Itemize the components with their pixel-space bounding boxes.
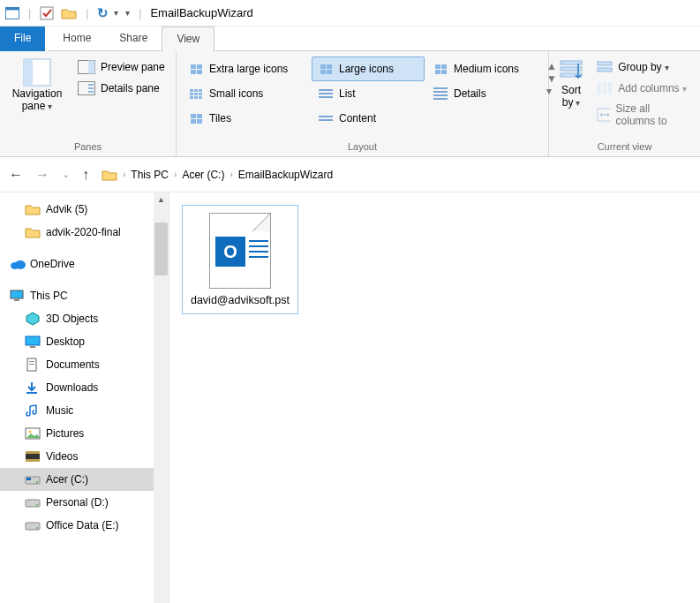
pics-icon [25,427,41,440]
up-button[interactable]: ↑ [82,168,89,182]
tab-view[interactable]: View [162,26,215,51]
chevron-up-icon[interactable]: ▲ [157,192,165,207]
qat-separator: | [139,7,141,19]
layout-small-icons[interactable]: Small icons [182,81,310,106]
breadcrumb[interactable]: › This PC › Acer (C:) › EmailBackupWizar… [102,168,333,182]
layout-list[interactable]: List [312,81,425,106]
tree-item[interactable]: Desktop [0,330,169,353]
preview-pane-label: Preview pane [101,61,165,73]
tree-item[interactable]: Music [0,399,169,422]
tree-scrollbar[interactable]: ▲ [154,192,169,603]
svg-rect-4 [24,59,33,86]
svg-rect-15 [598,68,612,72]
drive2-icon [25,519,41,531]
svg-rect-28 [29,364,34,365]
back-button[interactable]: ← [9,168,23,182]
layout-details[interactable]: Details [426,81,539,106]
add-columns-button[interactable]: Add columns [593,79,695,97]
tree-item[interactable]: Pictures [0,422,169,445]
svg-rect-16 [598,82,601,94]
qat-customize-icon[interactable]: ▾ [125,8,130,18]
details-pane-button[interactable]: Details pane [74,79,169,97]
folder-icon [25,225,41,239]
navigation-bar: ← → ⌄ ↑ › This PC › Acer (C:) › EmailBac… [0,157,700,192]
layout-extra-large-icons[interactable]: Extra large icons [182,57,310,81]
grid-icon [433,64,448,74]
drive-icon [25,473,41,486]
preview-pane-button[interactable]: Preview pane [74,58,169,76]
tree-item[interactable]: Personal (D:) [0,491,169,514]
breadcrumb-item[interactable]: This PC [131,169,169,181]
tree-item-label: This PC [30,290,68,302]
svg-rect-34 [26,459,40,462]
svg-rect-29 [26,392,37,394]
size-columns-button[interactable]: Size all columns to [593,101,695,129]
svg-rect-8 [88,84,94,86]
tree-item[interactable]: Advik (5) [0,198,169,221]
layout-tiles[interactable]: Tiles [182,106,310,131]
chevron-right-icon[interactable]: › [230,170,232,179]
tree-item-label: 3D Objects [46,313,98,325]
tree-item-label: Downloads [46,381,98,394]
tiles-icon [188,114,204,124]
group-label-panes: Panes [5,139,170,156]
qat-undo-icon[interactable]: ↻ [97,5,109,21]
details-pane-label: Details pane [101,82,160,94]
svg-rect-22 [11,290,23,298]
tree-item[interactable]: 3D Objects [0,307,169,330]
tree-item[interactable]: Acer (C:) [0,468,169,491]
svg-rect-33 [26,451,40,454]
qat-folder-icon[interactable] [61,6,77,20]
tab-share[interactable]: Share [105,26,162,51]
file-item[interactable]: O david@adviksoft.pst [182,205,298,314]
scrollbar-thumb[interactable] [154,222,168,275]
window-title: EmailBackupWizard [150,6,252,19]
file-list[interactable]: O david@adviksoft.pst [169,192,700,603]
group-by-label: Group by [618,61,668,73]
tree-item-label: advik-2020-final [46,226,121,238]
svg-point-39 [36,504,38,506]
qat-separator: | [86,7,88,19]
svg-rect-14 [598,62,612,65]
down-icon [25,381,41,395]
forward-button[interactable]: → [35,168,49,182]
layout-medium-icons[interactable]: Medium icons [426,57,539,81]
tab-file[interactable]: File [0,26,45,51]
breadcrumb-item[interactable]: EmailBackupWizard [238,169,333,181]
qat-dropdown-icon[interactable]: ▾ [114,8,118,18]
ribbon-group-layout: Extra large icons Large icons Medium ico… [177,51,549,156]
recent-dropdown[interactable]: ⌄ [62,170,70,179]
tab-home[interactable]: Home [49,26,105,51]
tree-item[interactable]: advik-2020-final [0,221,169,244]
tree-item[interactable]: OneDrive [0,253,169,275]
tree-item[interactable]: This PC [0,284,169,307]
chevron-right-icon[interactable]: › [174,170,177,179]
layout-large-icons[interactable]: Large icons [312,57,425,81]
navigation-tree[interactable]: Advik (5)advik-2020-finalOneDriveThis PC… [0,192,169,603]
window-icon [5,7,19,19]
main-area: Advik (5)advik-2020-finalOneDriveThis PC… [0,192,700,603]
ribbon-tabs: File Home Share View [0,26,700,51]
svg-rect-24 [26,336,40,345]
svg-point-31 [29,431,32,433]
titlebar: | | ↻ ▾ ▾ | EmailBackupWizard [0,0,700,26]
svg-rect-18 [608,82,612,94]
chevron-right-icon[interactable]: › [123,170,125,179]
svg-rect-36 [26,478,31,480]
tree-item[interactable]: Documents [0,353,169,376]
tree-item[interactable]: Downloads [0,376,169,399]
qat-checkbox-icon[interactable] [40,6,56,20]
svg-rect-9 [88,87,94,89]
breadcrumb-item[interactable]: Acer (C:) [182,169,224,181]
navigation-pane-button[interactable]: Navigation pane [5,55,69,113]
music-icon [25,403,41,418]
tree-item[interactable]: Videos [0,445,169,468]
group-by-button[interactable]: Group by [593,58,695,76]
sort-by-button[interactable]: Sort by [554,55,588,109]
svg-rect-17 [603,82,606,94]
layout-content[interactable]: Content [312,106,425,131]
tree-item[interactable]: Office Data (E:) [0,514,169,537]
tree-item-label: Personal (D:) [46,496,109,509]
svg-point-21 [15,260,26,269]
tree-item-label: OneDrive [30,258,75,270]
